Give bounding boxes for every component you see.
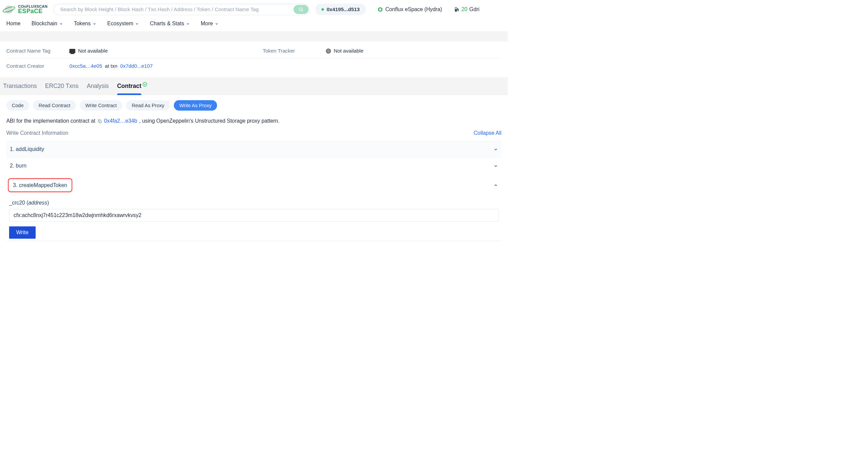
logo-line2: ESPaCE <box>18 8 48 14</box>
wallet-address: 0x4195...d513 <box>327 6 360 12</box>
gas-unit: Gdri <box>469 6 479 12</box>
name-tag-icon <box>69 49 75 53</box>
accordion-item-addliquidity: 1. addLiquidity <box>6 141 502 158</box>
nav-blockchain-label: Blockchain <box>32 21 57 27</box>
tabs-section: Transactions ERC20 Txns Analysis Contrac… <box>0 77 508 95</box>
function-name-2: 2. burn <box>10 163 26 169</box>
function-name-1: 1. addLiquidity <box>10 146 44 152</box>
logo[interactable]: COnFLUXSCAN ESPaCE <box>2 4 48 14</box>
function-name-3: 3. createMappedToken <box>8 178 72 192</box>
copy-icon[interactable] <box>97 119 102 123</box>
name-tag-label: Contract Name Tag <box>6 48 69 54</box>
accordion-head-addliquidity[interactable]: 1. addLiquidity <box>6 141 502 158</box>
search-wrapper <box>54 4 310 15</box>
contract-info: Contract Name Tag Not available Token Tr… <box>0 41 508 77</box>
accordion-item-burn: 2. burn <box>6 158 502 174</box>
tab-erc20[interactable]: ERC20 Txns <box>45 83 79 95</box>
write-button[interactable]: Write <box>9 226 36 239</box>
tab-transactions[interactable]: Transactions <box>3 83 37 95</box>
search-input[interactable] <box>54 4 310 15</box>
info-token-tracker: Token Tracker Not available <box>263 43 501 58</box>
param-label: _crc20 (address) <box>9 200 499 206</box>
abi-address-link[interactable]: 0x4fa2…e34b <box>104 118 137 124</box>
write-button-label: Write <box>16 229 29 236</box>
subtab-write[interactable]: Write Contract <box>80 100 122 111</box>
creator-address-link[interactable]: 0xcc5a…4e05 <box>69 63 102 69</box>
nav-home[interactable]: Home <box>6 21 21 27</box>
status-dot-icon <box>321 8 324 10</box>
info-creator: Contract Creator 0xcc5a…4e05 at txn 0x7d… <box>6 58 263 73</box>
abi-prefix: ABI for the implementation contract at <box>6 118 95 124</box>
search-button[interactable] <box>293 5 308 14</box>
accordion-item-createmappedtoken: 3. createMappedToken _crc20 (address) Wr… <box>6 174 502 241</box>
info-empty <box>263 58 501 73</box>
tab-transactions-label: Transactions <box>3 83 37 89</box>
param-input-crc20[interactable] <box>9 209 499 221</box>
gas-value: 20 <box>461 6 467 12</box>
contract-content: Code Read Contract Write Contract Read A… <box>0 95 508 249</box>
chevron-up-icon <box>494 183 498 187</box>
nav-charts-label: Charts & Stats <box>150 21 184 27</box>
abi-info: ABI for the implementation contract at 0… <box>6 118 502 124</box>
chevron-down-icon <box>93 22 96 26</box>
subtabs: Code Read Contract Write Contract Read A… <box>6 100 502 111</box>
chevron-down-icon <box>135 22 139 26</box>
tab-erc20-label: ERC20 Txns <box>45 83 79 89</box>
tab-contract[interactable]: Contract <box>117 83 141 95</box>
header: COnFLUXSCAN ESPaCE 0x4195...d513 Conflux… <box>0 0 508 19</box>
param-name: _crc20 ( <box>9 200 28 206</box>
svg-line-1 <box>302 10 303 11</box>
nav-tokens[interactable]: Tokens <box>74 21 96 27</box>
subtab-code[interactable]: Code <box>6 100 29 111</box>
subtab-write-label: Write Contract <box>85 102 117 108</box>
creator-txn-link[interactable]: 0x7dd0...e107 <box>120 63 153 69</box>
verified-icon <box>143 82 147 87</box>
param-close: ) <box>47 200 49 206</box>
collapse-all-link[interactable]: Collapse All <box>474 130 502 136</box>
network-name: Conflux eSpace (Hydra) <box>385 6 442 12</box>
nav-more[interactable]: More <box>201 21 218 27</box>
nav-ecosystem-label: Ecosystem <box>107 21 133 27</box>
subtab-code-label: Code <box>12 102 24 108</box>
svg-rect-3 <box>99 121 101 123</box>
main-nav: Home Blockchain Tokens Ecosystem Charts … <box>0 19 508 32</box>
gas-indicator[interactable]: 20 Gdri <box>454 6 479 12</box>
chevron-down-icon <box>215 22 219 26</box>
logo-text: COnFLUXSCAN ESPaCE <box>18 4 48 14</box>
subtab-write-proxy[interactable]: Write As Proxy <box>174 100 217 111</box>
token-tracker-value: Not available <box>334 48 363 54</box>
nav-blockchain[interactable]: Blockchain <box>32 21 63 27</box>
accordion-body-createmappedtoken: _crc20 (address) Write <box>6 196 502 241</box>
name-tag-value: Not available <box>78 48 108 54</box>
tab-contract-label: Contract <box>117 83 141 89</box>
subtab-read-proxy-label: Read As Proxy <box>132 102 164 108</box>
token-icon <box>326 49 331 54</box>
creator-mid-text: at txn <box>105 63 117 69</box>
subtab-read-proxy[interactable]: Read As Proxy <box>126 100 170 111</box>
chevron-down-icon <box>186 22 190 26</box>
network-selector[interactable]: Conflux eSpace (Hydra) <box>377 6 442 12</box>
chevron-down-icon <box>59 22 63 26</box>
write-contract-label: Write Contract Information <box>6 130 68 136</box>
tab-analysis-label: Analysis <box>87 83 108 89</box>
gas-pump-icon <box>454 7 459 12</box>
subtab-read[interactable]: Read Contract <box>33 100 76 111</box>
abi-suffix: , using OpenZeppelin's Unstructured Stor… <box>139 118 280 124</box>
nav-more-label: More <box>201 21 213 27</box>
nav-home-label: Home <box>6 21 21 27</box>
write-contract-header: Write Contract Information Collapse All <box>6 130 502 136</box>
tab-analysis[interactable]: Analysis <box>87 83 108 95</box>
chevron-down-icon <box>494 164 498 168</box>
subtab-read-label: Read Contract <box>39 102 70 108</box>
nav-charts[interactable]: Charts & Stats <box>150 21 190 27</box>
wallet-address-pill[interactable]: 0x4195...d513 <box>316 4 366 16</box>
param-type: address <box>28 200 47 206</box>
nav-tokens-label: Tokens <box>74 21 91 27</box>
search-icon <box>299 7 304 12</box>
accordion-head-burn[interactable]: 2. burn <box>6 158 502 174</box>
network-icon <box>377 7 383 12</box>
accordion-head-createmappedtoken[interactable]: 3. createMappedToken <box>6 174 502 196</box>
subtab-write-proxy-label: Write As Proxy <box>179 102 212 108</box>
spacer <box>0 32 508 41</box>
nav-ecosystem[interactable]: Ecosystem <box>107 21 139 27</box>
